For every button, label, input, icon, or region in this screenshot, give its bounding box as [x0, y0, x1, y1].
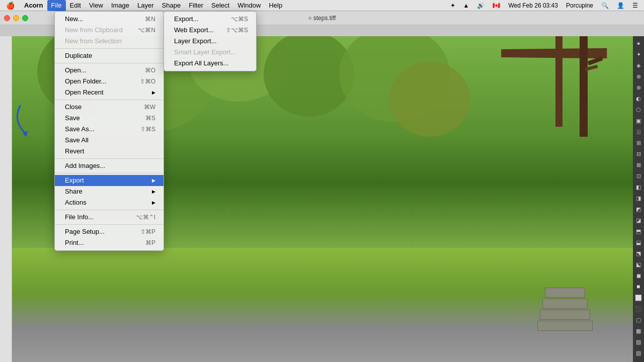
- right-tool-20[interactable]: ⬔: [633, 248, 643, 258]
- right-tool-3[interactable]: ◈: [633, 60, 643, 70]
- step-1: [545, 288, 585, 298]
- wifi-icon[interactable]: ▲: [461, 2, 471, 9]
- right-tool-10[interactable]: ⊞: [633, 138, 643, 148]
- minimize-button[interactable]: [13, 15, 19, 21]
- flag-icon[interactable]: 🇨🇦: [491, 2, 502, 9]
- right-tool-18[interactable]: ⬒: [633, 226, 643, 236]
- right-tool-6[interactable]: ◐: [633, 94, 643, 104]
- menu-page-setup[interactable]: Page Setup... ⇧⌘P: [55, 226, 164, 237]
- menu-new-shortcut: ⌘N: [145, 15, 155, 24]
- right-tool-23[interactable]: ◽: [633, 282, 643, 292]
- menubar-item-file[interactable]: File: [47, 0, 66, 11]
- right-tool-24[interactable]: ⬜: [633, 293, 643, 303]
- menubar-right: ✦ ▲ 🔊 🇨🇦 Wed Feb 26 03:43 Porcupine 🔍 👤 …: [448, 2, 644, 9]
- right-tool-25[interactable]: ⬛: [633, 304, 643, 314]
- menu-duplicate[interactable]: Duplicate: [55, 50, 164, 61]
- menu-save-as-shortcut: ⇧⌘S: [140, 125, 155, 134]
- menu-file-info-label: File Info...: [65, 213, 94, 222]
- menu-print[interactable]: Print... ⌘P: [55, 237, 164, 248]
- right-tool-9[interactable]: ⌻: [633, 127, 643, 137]
- menu-export-all-layers-label: Export All Layers...: [174, 59, 228, 68]
- menubar-item-acorn[interactable]: Acorn: [20, 0, 47, 11]
- menu-layer-export[interactable]: Layer Export...: [164, 36, 256, 47]
- menu-save-as[interactable]: Save As... ⇧⌘S: [55, 124, 164, 135]
- avatar-icon[interactable]: 👤: [615, 2, 626, 9]
- menu-share[interactable]: Share: [55, 186, 164, 197]
- menu-close[interactable]: Close ⌘W: [55, 102, 164, 113]
- menu-close-shortcut: ⌘W: [144, 103, 155, 112]
- menu-export-dots[interactable]: Export... ⌥⌘S: [164, 14, 256, 25]
- menu-page-setup-label: Page Setup...: [65, 227, 105, 236]
- search-icon[interactable]: 🔍: [599, 2, 611, 9]
- menubar-item-window[interactable]: Window: [233, 0, 265, 11]
- window-title: steps.tiff: [313, 15, 336, 22]
- username-display: Porcupine: [564, 2, 595, 9]
- right-tool-21[interactable]: ⬕: [633, 259, 643, 269]
- right-tool-22[interactable]: ◼: [633, 270, 643, 281]
- menubar-item-layer[interactable]: Layer: [133, 0, 158, 11]
- right-tool-15[interactable]: ◨: [633, 193, 643, 203]
- menu-export[interactable]: Export: [55, 175, 164, 186]
- notification-icon[interactable]: ☰: [630, 2, 640, 9]
- right-tool-14[interactable]: ◧: [633, 182, 643, 192]
- right-tool-16[interactable]: ◩: [633, 204, 643, 214]
- menubar-item-filter[interactable]: Filter: [185, 0, 207, 11]
- apple-menu[interactable]: 🍎: [0, 2, 20, 10]
- menu-new-clipboard-shortcut: ⌥⌘N: [138, 26, 155, 35]
- stone-steps: [545, 288, 593, 332]
- menu-save-all[interactable]: Save All: [55, 135, 164, 146]
- siri-icon[interactable]: ✦: [448, 2, 457, 9]
- right-tool-19[interactable]: ⬓: [633, 237, 643, 247]
- right-tool-17[interactable]: ◪: [633, 215, 643, 225]
- menu-export-dots-label: Export...: [174, 15, 198, 24]
- menubar-item-edit[interactable]: Edit: [66, 0, 85, 11]
- separator-7: [55, 224, 164, 225]
- right-tool-11[interactable]: ⊟: [633, 149, 643, 159]
- right-tool-1[interactable]: ●: [633, 38, 643, 48]
- menu-open[interactable]: Open... ⌘O: [55, 65, 164, 76]
- right-tool-8[interactable]: ▣: [633, 116, 643, 126]
- menubar-item-help[interactable]: Help: [265, 0, 286, 11]
- right-tool-2[interactable]: ✦: [633, 49, 643, 59]
- right-tool-28[interactable]: ▨: [633, 337, 643, 347]
- right-tool-27[interactable]: ▩: [633, 326, 643, 336]
- menubar-item-image[interactable]: Image: [107, 0, 133, 11]
- menu-save-label: Save: [65, 114, 80, 123]
- right-toolbar: ● ✦ ◈ ⊕ ⊗ ◐ ⬡ ▣ ⌻ ⊞ ⊟ ⊠ ⊡ ◧ ◨ ◩ ◪ ⬒ ⬓ ⬔ …: [633, 36, 644, 362]
- menu-web-export-shortcut: ⇧⌥⌘S: [226, 26, 248, 35]
- menu-layer-export-label: Layer Export...: [174, 37, 217, 46]
- maximize-button[interactable]: [22, 15, 28, 21]
- window-dot-icon: [308, 17, 311, 20]
- menu-open-folder[interactable]: Open Folder... ⇧⌘O: [55, 76, 164, 87]
- right-tool-5[interactable]: ⊗: [633, 82, 643, 93]
- menu-add-images[interactable]: Add Images...: [55, 160, 164, 171]
- menu-actions[interactable]: Actions: [55, 197, 164, 208]
- menu-smart-layer-export[interactable]: Smart Layer Export...: [164, 47, 256, 58]
- menu-export-all-layers[interactable]: Export All Layers...: [164, 58, 256, 69]
- close-button[interactable]: [4, 15, 10, 21]
- menu-open-recent[interactable]: Open Recent: [55, 87, 164, 98]
- step-2: [542, 299, 588, 309]
- menu-new-selection-label: New from Selection: [65, 37, 122, 46]
- right-tool-12[interactable]: ⊠: [633, 160, 643, 170]
- menu-new-clipboard[interactable]: New from Clipboard ⌥⌘N: [55, 25, 164, 36]
- menu-new[interactable]: New... ⌘N: [55, 14, 164, 25]
- right-tool-4[interactable]: ⊕: [633, 71, 643, 81]
- right-tool-13[interactable]: ⊡: [633, 171, 643, 181]
- menubar-item-select[interactable]: Select: [207, 0, 233, 11]
- menu-file-info[interactable]: File Info... ⌥⌘⌃I: [55, 212, 164, 223]
- right-tool-26[interactable]: ▢: [633, 315, 643, 325]
- menu-new-selection[interactable]: New from Selection: [55, 36, 164, 47]
- menubar-item-view[interactable]: View: [85, 0, 107, 11]
- separator-3: [55, 100, 164, 100]
- menu-web-export[interactable]: Web Export... ⇧⌥⌘S: [164, 25, 256, 36]
- menu-revert[interactable]: Revert: [55, 146, 164, 157]
- pergola-beam-vertical-1: [580, 36, 588, 137]
- menu-open-folder-shortcut: ⇧⌘O: [140, 77, 155, 86]
- menu-save[interactable]: Save ⌘S: [55, 113, 164, 124]
- menu-print-label: Print...: [65, 238, 84, 247]
- right-tool-7[interactable]: ⬡: [633, 105, 643, 115]
- volume-icon[interactable]: 🔊: [475, 2, 487, 9]
- right-tool-29[interactable]: ▧: [633, 348, 643, 358]
- menubar-item-shape[interactable]: Shape: [158, 0, 185, 11]
